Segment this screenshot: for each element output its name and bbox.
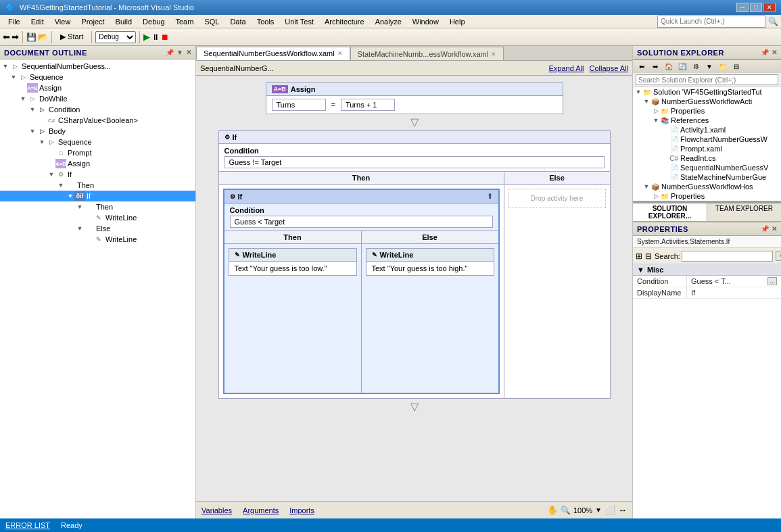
tree-item-prompt[interactable]: □ Prompt: [0, 147, 195, 158]
tree-item-seq3[interactable]: ▼ ▷ Sequence: [0, 137, 195, 147]
props-close-icon[interactable]: ✕: [772, 225, 777, 233]
se-pin-icon[interactable]: 📌: [761, 49, 769, 56]
menu-edit[interactable]: Edit: [26, 16, 49, 27]
tree-item-writeline1[interactable]: ✎ WriteLine: [0, 212, 195, 223]
menu-team[interactable]: Team: [170, 16, 199, 27]
tree-item-then1[interactable]: ▼ Then: [0, 180, 195, 191]
menu-unittest[interactable]: Unit Test: [279, 16, 319, 27]
tree-item-csharp[interactable]: C# CSharpValue<Boolean>: [0, 115, 195, 126]
turns-field[interactable]: Turns: [272, 99, 326, 111]
props-clear-button[interactable]: Clear: [776, 251, 781, 261]
close-panel-icon[interactable]: ✕: [186, 49, 191, 56]
collapse-all-button[interactable]: Collapse All: [590, 64, 628, 72]
se-show-files-icon[interactable]: 📁: [717, 61, 729, 73]
toolbar-forward-icon[interactable]: ➡: [11, 32, 19, 42]
tree-item-assign1[interactable]: A=B Assign: [0, 82, 195, 93]
maximize-button[interactable]: □: [750, 3, 762, 12]
tree-item-assign2[interactable]: A=B Assign: [0, 158, 195, 169]
tree-item-seq2[interactable]: ▼ ▷ Sequence: [0, 72, 195, 82]
props-row-condition[interactable]: Condition Guess < T... ...: [633, 276, 781, 287]
toolbar-open-icon[interactable]: 📂: [38, 32, 48, 42]
tree-item-body[interactable]: ▼ ▷ Body: [0, 126, 195, 137]
zoom-dropdown-icon[interactable]: ▼: [595, 506, 602, 514]
tree-item-if1[interactable]: ▼ ⚙ If: [0, 169, 195, 180]
tree-item-then2[interactable]: ▼ Then: [0, 201, 195, 212]
tab-seq-close[interactable]: ✕: [337, 50, 343, 57]
se-item-props[interactable]: ▷ 📁 Properties: [633, 106, 781, 116]
inner-condition-field[interactable]: Guess < Target: [230, 216, 493, 228]
se-item-act1[interactable]: 📄 Activity1.xaml: [633, 125, 781, 135]
menu-architecture[interactable]: Architecture: [319, 16, 370, 27]
se-filter-icon[interactable]: ▼: [703, 61, 715, 73]
props-alpha-icon[interactable]: ⊟: [645, 251, 652, 261]
menu-file[interactable]: File: [3, 16, 26, 27]
condition-edit-button[interactable]: ...: [767, 277, 777, 285]
se-refresh-icon[interactable]: 🔄: [676, 61, 688, 73]
tree-item-condition[interactable]: ▼ ▷ Condition: [0, 104, 195, 115]
tree-item-writeline2[interactable]: ✎ WriteLine: [0, 234, 195, 245]
toolbar-stop-icon[interactable]: ⏹: [161, 32, 169, 42]
se-item-nghost[interactable]: ▼ 📦 NumberGuessWorkflowHos: [633, 182, 781, 191]
se-item-props2[interactable]: ▷ 📁 Properties: [633, 191, 781, 201]
writeline1-activity[interactable]: ✎ WriteLine Text "Your guess is too low.…: [229, 248, 357, 276]
tree-item-if2[interactable]: ▼ ðif If: [0, 191, 195, 201]
toolbar-run-icon[interactable]: ▶: [143, 32, 150, 42]
se-item-refs[interactable]: ▼ 📚 References: [633, 116, 781, 125]
start-button[interactable]: ▶ Start: [55, 30, 88, 43]
tab-statemachine[interactable]: StateMachineNumb...essWorkflow.xaml ✕: [350, 47, 504, 60]
tree-item-dowhile[interactable]: ▼ ▷ DoWhile: [0, 93, 195, 104]
se-item-flow[interactable]: 📄 FlowchartNumberGuessW: [633, 135, 781, 144]
pin-icon[interactable]: 📌: [166, 49, 174, 56]
menu-build[interactable]: Build: [110, 16, 137, 27]
assign-activity[interactable]: A=B Assign Turns = Turns + 1: [266, 82, 563, 114]
quick-launch-input[interactable]: [657, 16, 765, 28]
se-tab-team[interactable]: TEAM EXPLORER: [707, 203, 781, 221]
arguments-button[interactable]: Arguments: [243, 506, 279, 514]
se-item-seq[interactable]: 📄 SequentialNumberGuessV: [633, 163, 781, 172]
se-collapse-icon[interactable]: ⊟: [730, 61, 742, 73]
toolbar-pause-icon[interactable]: ⏸: [151, 32, 160, 42]
inner-if-activity[interactable]: ⚙ If ⬆ Condition Guess < Target: [223, 189, 500, 394]
variables-button[interactable]: Variables: [202, 506, 232, 514]
se-props-icon[interactable]: 🏠: [663, 61, 675, 73]
fit-page-icon[interactable]: ⬜: [605, 505, 615, 515]
se-item-state[interactable]: 📄 StateMachineNumberGue: [633, 172, 781, 182]
se-item-ng[interactable]: ▼ 📦 NumberGuessWorkflowActi: [633, 97, 781, 106]
inner-else-body[interactable]: ✎ WriteLine Text "Your guess is too high…: [362, 244, 498, 393]
menu-window[interactable]: Window: [407, 16, 444, 27]
props-row-displayname[interactable]: DisplayName If: [633, 287, 781, 299]
auto-hide-icon[interactable]: ▼: [176, 49, 183, 56]
menu-sql[interactable]: SQL: [199, 16, 224, 27]
menu-view[interactable]: View: [49, 16, 76, 27]
se-tab-explorer[interactable]: SOLUTION EXPLORER...: [633, 203, 707, 221]
hand-tool-icon[interactable]: ✋: [547, 505, 558, 515]
se-search-input[interactable]: [636, 74, 778, 85]
props-pin-icon[interactable]: 📌: [761, 225, 769, 233]
se-back-icon[interactable]: ⬅: [636, 61, 648, 73]
outer-condition-field[interactable]: Guess != Target: [224, 156, 605, 168]
se-close-icon[interactable]: ✕: [772, 49, 777, 56]
imports-button[interactable]: Imports: [289, 506, 314, 514]
se-item-solution[interactable]: ▼ 📁 Solution 'WF45GettingStartedTut: [633, 87, 781, 97]
zoom-icon[interactable]: 🔍: [561, 506, 571, 515]
tree-item-seq1[interactable]: ▼ ▷ SequentialNumberGuess...: [0, 61, 195, 72]
expand-all-button[interactable]: Expand All: [549, 64, 584, 72]
error-list-button[interactable]: ERROR LIST: [5, 521, 50, 529]
menu-tools[interactable]: Tools: [252, 16, 280, 27]
misc-expand-icon[interactable]: ▼: [637, 266, 644, 274]
props-categorized-icon[interactable]: ⊞: [636, 251, 642, 261]
tree-item-else2[interactable]: ▼ Else: [0, 223, 195, 234]
props-search-input[interactable]: [682, 251, 773, 262]
menu-help[interactable]: Help: [444, 16, 471, 27]
close-button[interactable]: ✕: [763, 3, 776, 12]
then-body[interactable]: ⚙ If ⬆ Condition Guess < Target: [219, 185, 504, 398]
minimize-button[interactable]: ─: [736, 3, 749, 12]
se-forward-icon[interactable]: ➡: [649, 61, 661, 73]
inner-then-body[interactable]: ✎ WriteLine Text "Your guess is too low.…: [224, 244, 361, 393]
fit-width-icon[interactable]: ↔: [618, 505, 627, 515]
tab-sm-close[interactable]: ✕: [491, 51, 496, 57]
toolbar-save-icon[interactable]: 💾: [26, 32, 37, 42]
outer-if-activity[interactable]: ⚙ If Condition Guess != Target Then: [218, 130, 611, 399]
toolbar-back-icon[interactable]: ⬅: [3, 32, 10, 42]
writeline2-activity[interactable]: ✎ WriteLine Text "Your guess is too high…: [366, 248, 494, 276]
